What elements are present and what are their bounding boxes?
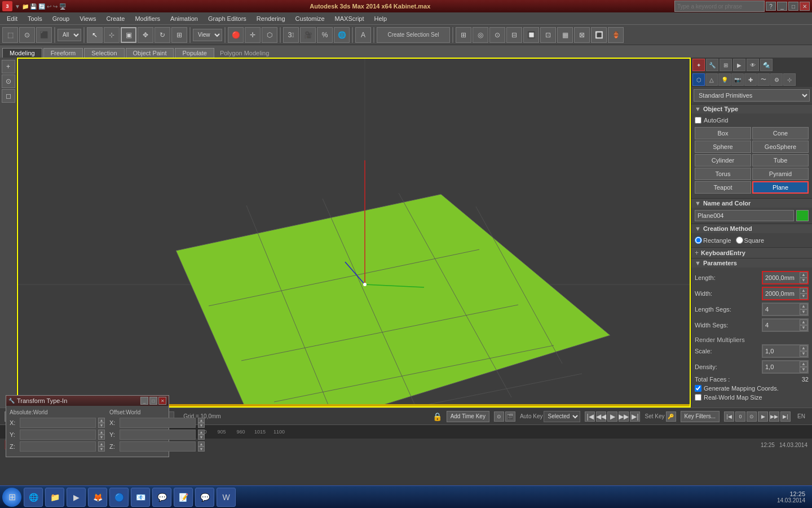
tab-modeling[interactable]: Modeling: [2, 48, 42, 58]
length-segs-down[interactable]: ▼: [800, 309, 807, 315]
obj-btn-box[interactable]: Box: [695, 127, 751, 139]
rp-stab-cameras[interactable]: 📷: [731, 73, 744, 86]
obj-btn-torus[interactable]: Torus: [695, 168, 751, 180]
td-abs-z-up[interactable]: ▲: [98, 441, 105, 446]
menu-rendering[interactable]: Rendering: [252, 14, 290, 23]
lt-btn2[interactable]: ⊙: [2, 75, 15, 88]
width-segs-up[interactable]: ▲: [800, 319, 807, 325]
menu-create[interactable]: Create: [102, 14, 129, 23]
td-abs-z-input[interactable]: [20, 441, 96, 452]
minimize-btn[interactable]: _: [777, 2, 787, 11]
taskbar-app1[interactable]: 📧: [131, 488, 150, 507]
rp-tab-hierarchy[interactable]: ⊞: [720, 59, 732, 71]
length-up[interactable]: ▲: [800, 272, 807, 278]
rp-stab-systems[interactable]: ⚙: [770, 73, 783, 86]
render-btn[interactable]: 3⃣: [283, 27, 299, 43]
tl-play[interactable]: ▶: [607, 411, 617, 422]
snap-options[interactable]: ⬡: [262, 27, 277, 43]
taskbar-msg[interactable]: 💬: [195, 488, 214, 507]
menu-edit[interactable]: Edit: [2, 14, 22, 23]
tl-end[interactable]: ▶|: [630, 411, 640, 422]
td-abs-y-up[interactable]: ▲: [98, 430, 105, 435]
td-abs-x-input[interactable]: [20, 418, 96, 428]
scale-up[interactable]: ▲: [800, 345, 807, 351]
tb-extra8[interactable]: ⊠: [574, 27, 590, 43]
taskbar-chrome[interactable]: 🔵: [109, 488, 129, 507]
tl-next[interactable]: ▶▶: [619, 411, 629, 422]
scale-down[interactable]: ▼: [800, 351, 807, 357]
width-up[interactable]: ▲: [800, 288, 807, 294]
creation-method-header[interactable]: ▼ Creation Method: [691, 224, 812, 233]
select-freeform[interactable]: ⊙: [19, 27, 35, 43]
rp-stab-lights[interactable]: 💡: [718, 73, 731, 86]
add-time-key-btn[interactable]: Add Time Key: [447, 411, 489, 422]
select-object[interactable]: ↖: [87, 27, 103, 43]
length-down[interactable]: ▼: [800, 278, 807, 283]
length-input[interactable]: [763, 272, 800, 283]
density-down[interactable]: ▼: [800, 367, 807, 373]
rp-stab-extra[interactable]: ⊹: [783, 73, 796, 86]
rp-stab-geometry[interactable]: ⬡: [692, 73, 705, 86]
td-abs-x-up[interactable]: ▲: [98, 418, 105, 423]
mc-btn1[interactable]: |◀: [724, 411, 734, 422]
tab-populate[interactable]: Populate: [175, 48, 214, 58]
tab-freeform[interactable]: Freeform: [43, 48, 83, 58]
menu-views[interactable]: Views: [75, 14, 100, 23]
td-off-x-down[interactable]: ▼: [198, 423, 205, 428]
scale-input[interactable]: [763, 345, 800, 357]
mc-btn6[interactable]: ▶|: [780, 411, 791, 422]
tl-prev[interactable]: ◀◀: [596, 411, 606, 422]
keyword-search[interactable]: [674, 1, 765, 12]
obj-btn-geosphere[interactable]: GeoSphere: [752, 141, 809, 153]
tb-extra7[interactable]: ▦: [557, 27, 573, 43]
snap-toggle[interactable]: 🔴: [228, 27, 244, 43]
radio-rectangle-input[interactable]: [695, 237, 702, 244]
taskbar-ie[interactable]: 🌐: [24, 488, 43, 507]
taskbar-media[interactable]: ▶: [67, 488, 86, 507]
tb-extra3[interactable]: ⊙: [489, 27, 505, 43]
name-input[interactable]: [695, 210, 794, 221]
taskbar-folder[interactable]: 📁: [45, 488, 64, 507]
mc-btn3[interactable]: ⊙: [747, 411, 757, 422]
tab-object-paint[interactable]: Object Paint: [126, 48, 174, 58]
select-rect[interactable]: ▣: [121, 27, 136, 43]
obj-btn-cone[interactable]: Cone: [752, 127, 809, 139]
radio-rectangle[interactable]: Rectangle: [695, 237, 731, 244]
width-segs-down[interactable]: ▼: [800, 325, 807, 331]
viewport[interactable]: [+] [Perspective] [Shaded]: [17, 58, 691, 408]
filter-dropdown[interactable]: All: [58, 29, 81, 41]
parameters-header[interactable]: ▼ Parameters: [691, 258, 812, 268]
render-frame[interactable]: 🎥: [300, 27, 316, 43]
td-off-z-input[interactable]: [120, 441, 196, 452]
text-tool[interactable]: A: [355, 27, 371, 43]
sb-snap[interactable]: ⊙: [494, 411, 504, 422]
length-segs-up[interactable]: ▲: [800, 304, 807, 309]
real-world-checkbox[interactable]: [695, 394, 701, 401]
tb-extra2[interactable]: ◎: [473, 27, 488, 43]
snap-2d[interactable]: ✛: [245, 27, 261, 43]
obj-btn-plane[interactable]: Plane: [752, 181, 809, 194]
set-key-btn[interactable]: 🔑: [666, 411, 676, 422]
start-btn[interactable]: ⊞: [2, 488, 21, 507]
select-region[interactable]: ⬛: [36, 27, 52, 43]
primitives-dropdown[interactable]: Standard Primitives: [694, 89, 810, 102]
rp-tab-utilities[interactable]: 🔩: [760, 59, 773, 71]
create-selection-btn[interactable]: Create Selection Sel: [377, 27, 450, 43]
td-maximize[interactable]: □: [149, 397, 157, 405]
rp-tab-create[interactable]: ✦: [692, 59, 705, 71]
color-swatch[interactable]: [796, 210, 809, 221]
selected-dropdown[interactable]: Selected: [544, 411, 580, 422]
rp-tab-modify[interactable]: 🔧: [706, 59, 718, 71]
rp-tab-motion[interactable]: ▶: [733, 59, 745, 71]
td-minimize[interactable]: _: [140, 397, 148, 405]
td-off-x-up[interactable]: ▲: [198, 418, 205, 423]
width-down[interactable]: ▼: [800, 294, 807, 299]
tb-extra6[interactable]: ⊡: [540, 27, 556, 43]
mc-btn2[interactable]: 0: [735, 411, 745, 422]
mc-btn5[interactable]: ▶▶: [769, 411, 779, 422]
menu-tools[interactable]: Tools: [23, 14, 47, 23]
td-off-z-down[interactable]: ▼: [198, 446, 205, 452]
density-input[interactable]: [763, 361, 800, 373]
obj-btn-teapot[interactable]: Teapot: [695, 181, 751, 194]
length-segs-input[interactable]: [763, 304, 800, 315]
